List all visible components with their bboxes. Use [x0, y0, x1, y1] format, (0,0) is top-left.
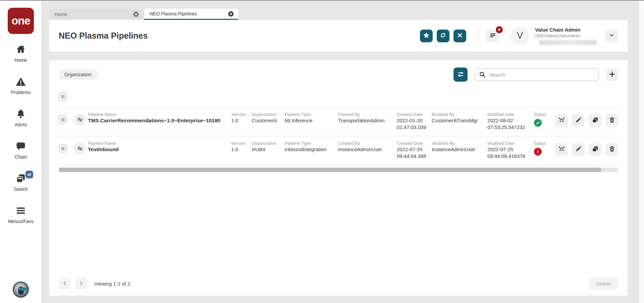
previous-page-button[interactable]: [59, 278, 70, 290]
edit-button[interactable]: [572, 114, 585, 127]
table-row: Pipeline NameTestInbound Version1.0 Orga…: [59, 136, 618, 165]
column-label: Status: [534, 140, 552, 146]
column-label: Modified By: [432, 140, 484, 146]
sidebar-item-label: Home: [14, 57, 27, 63]
redacted-text: [539, 40, 597, 45]
chevron-right-icon: [78, 280, 84, 287]
edit-button[interactable]: [572, 143, 585, 156]
add-pipeline-button[interactable]: [606, 69, 618, 81]
tab-label: NEO Plasma Pipelines: [150, 11, 228, 16]
favorite-button[interactable]: [420, 30, 433, 42]
created-by: TransportationAdmin: [338, 117, 393, 124]
page-scrollbar[interactable]: [639, 1, 644, 303]
modified-date: 2022-07-25: [487, 146, 531, 153]
trash-icon: [608, 117, 615, 125]
search-input[interactable]: [475, 68, 598, 81]
tab-bar: Home NEO Plasma Pipelines: [49, 9, 628, 20]
home-icon: [15, 44, 26, 56]
sidebar-item-switch[interactable]: ⇄ Switch: [2, 173, 39, 192]
chat-icon: [15, 141, 26, 153]
sidebar-item-chats[interactable]: Chats: [2, 141, 39, 160]
warning-icon: [15, 76, 26, 88]
pipeline-type: MLInference: [285, 117, 335, 124]
viewing-count: Viewing 1-2 of 2: [94, 281, 130, 287]
pipeline-icon: [74, 142, 86, 155]
delete-button[interactable]: Delete: [589, 278, 618, 290]
copy-button[interactable]: [589, 143, 601, 156]
workflow-button[interactable]: [555, 114, 568, 127]
chevron-left-icon: [62, 280, 68, 287]
filter-row: Organization:: [59, 60, 618, 82]
organization: CustomerA: [252, 117, 281, 124]
column-label: Created Date: [397, 140, 428, 146]
row-checkbox[interactable]: [59, 144, 67, 153]
chevron-down-icon: [608, 32, 615, 40]
next-page-button[interactable]: [75, 278, 87, 290]
refresh-button[interactable]: [437, 30, 449, 42]
workflow-button[interactable]: [555, 143, 568, 156]
workflow-icon: [558, 117, 565, 125]
column-label: Pipeline Type: [285, 140, 335, 146]
close-icon[interactable]: [228, 11, 234, 17]
copy-button[interactable]: [589, 114, 601, 127]
organization: HUB4: [252, 146, 281, 153]
avatar[interactable]: V: [511, 27, 529, 45]
version: 1.0: [231, 117, 248, 124]
column-label: Version: [231, 140, 248, 146]
delete-row-button[interactable]: [605, 114, 618, 127]
created-date: 2022-01-20: [397, 117, 428, 124]
column-label: Created By: [338, 140, 393, 146]
tab-home[interactable]: Home: [49, 9, 143, 20]
status-badge: [534, 119, 542, 127]
menu-bars-icon: [15, 205, 26, 217]
column-label: Pipeline Name: [88, 112, 228, 117]
page-title: NEO Plasma Pipelines: [59, 31, 420, 41]
tab-neo-plasma-pipelines[interactable]: NEO Plasma Pipelines: [144, 9, 238, 20]
trash-icon: [608, 145, 615, 154]
sidebar-item-menus-favs[interactable]: Menus/Favs: [2, 205, 39, 224]
pipeline-name: TestInbound: [88, 146, 228, 153]
pipeline-type: InboundIntegration: [285, 146, 335, 153]
switch-icon: [15, 173, 26, 185]
column-label: Status: [534, 112, 552, 117]
select-all-row: [59, 92, 618, 100]
main-area: Home NEO Plasma Pipelines NEO Plasma Pip…: [42, 1, 639, 303]
organization-filter-chip[interactable]: Organization:: [59, 70, 98, 80]
one-logo[interactable]: one: [8, 8, 34, 34]
search-icon: [479, 71, 486, 78]
sidebar-item-alerts[interactable]: Alerts: [2, 109, 39, 127]
star-icon: [423, 32, 430, 40]
row-checkbox[interactable]: [59, 116, 67, 124]
pipelines-table: Pipeline NameTMS.CarrierRecommendations~…: [59, 107, 618, 165]
pipelines-panel: Organization:: [49, 60, 628, 296]
column-label: Pipeline Name: [88, 140, 228, 146]
table-row: Pipeline NameTMS.CarrierRecommendations~…: [59, 107, 618, 136]
column-label: Created Date: [397, 112, 428, 117]
user-dropdown-button[interactable]: [605, 30, 618, 42]
switch-badge-icon[interactable]: ⇄: [25, 171, 33, 178]
created-time: 09:44:04.398: [397, 153, 428, 160]
favorites-badge-icon: ★: [495, 26, 503, 34]
copy-icon: [592, 145, 599, 154]
horizontal-scrollbar-track: [59, 168, 618, 172]
created-date: 2022-07-25: [397, 146, 428, 153]
column-label: Organization: [252, 112, 281, 117]
assistant-avatar[interactable]: [13, 282, 29, 298]
horizontal-scrollbar-thumb[interactable]: [59, 168, 601, 172]
refresh-icon: [439, 32, 447, 40]
sidebar-item-problems[interactable]: Problems: [2, 76, 39, 95]
close-icon[interactable]: [133, 11, 139, 17]
sidebar-item-home[interactable]: Home: [2, 44, 39, 63]
close-page-button[interactable]: [453, 30, 466, 42]
sidebar: one Home Problems Alerts Chats: [0, 1, 42, 303]
user-menu-button[interactable]: ★: [486, 30, 499, 42]
pagination-footer: Viewing 1-2 of 2 Delete: [59, 278, 618, 290]
hamburger-icon: [489, 32, 496, 40]
user-name: Value Chain Admin: [535, 27, 605, 33]
select-all-checkbox[interactable]: [59, 92, 67, 100]
sidebar-item-label: Menus/Favs: [8, 219, 34, 224]
sidebar-nav: Home Problems Alerts Chats ⇄ Switc: [2, 44, 39, 237]
delete-row-button[interactable]: [605, 143, 618, 156]
filters-button[interactable]: [453, 68, 468, 82]
sidebar-item-label: Alerts: [15, 122, 27, 127]
